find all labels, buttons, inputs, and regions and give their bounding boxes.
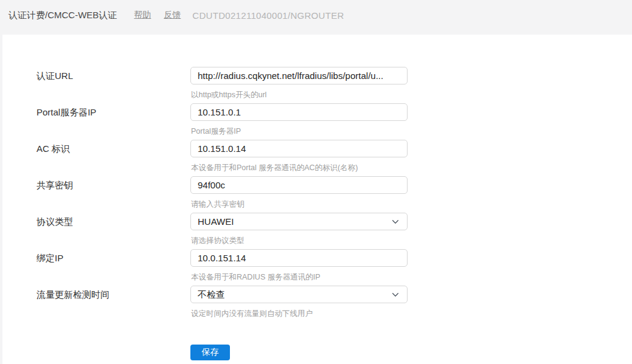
content-panel: 认证URL 以http或https开头的url Portal服务器IP Port… — [2, 35, 632, 364]
form-row-auth-url: 认证URL 以http或https开头的url — [36, 67, 632, 103]
portal-ip-hint: Portal服务器IP — [191, 126, 632, 137]
shared-key-label: 共享密钥 — [36, 176, 190, 213]
auth-url-label: 认证URL — [36, 67, 190, 103]
feedback-link[interactable]: 反馈 — [164, 10, 181, 21]
traffic-check-hint: 设定时间内没有流量则自动下线用户 — [191, 309, 632, 319]
portal-ip-label: Portal服务器IP — [36, 103, 190, 140]
help-link[interactable]: 帮助 — [134, 10, 151, 21]
protocol-type-value: HUAWEI — [198, 213, 234, 230]
ac-id-label: AC 标识 — [36, 140, 190, 176]
ac-id-hint: 本设备用于和Portal 服务器通讯的AC的标识(名称) — [191, 163, 632, 173]
form-row-protocol-type: 协议类型 HUAWEI 请选择协议类型 — [36, 213, 632, 249]
bind-ip-label: 绑定IP — [36, 249, 190, 286]
protocol-type-hint: 请选择协议类型 — [191, 236, 632, 246]
save-button-row: 保存 — [190, 345, 632, 360]
bind-ip-input[interactable] — [190, 249, 408, 267]
auth-url-hint: 以http或https开头的url — [191, 90, 632, 100]
shared-key-input[interactable] — [190, 176, 408, 194]
top-bar: 认证计费/CMCC-WEB认证 帮助 反馈 CDUTD021211040001/… — [0, 0, 632, 35]
device-id: CDUTD021211040001/NGROUTER — [192, 10, 344, 21]
form-row-bind-ip: 绑定IP 本设备用于和RADIUS 服务器通讯的IP — [36, 249, 632, 286]
chevron-down-icon — [391, 218, 400, 226]
page-title: 认证计费/CMCC-WEB认证 — [9, 10, 117, 21]
bind-ip-hint: 本设备用于和RADIUS 服务器通讯的IP — [191, 272, 632, 283]
traffic-check-label: 流量更新检测时间 — [36, 286, 190, 322]
ac-id-input[interactable] — [190, 140, 408, 157]
traffic-check-select[interactable]: 不检查 — [190, 286, 408, 303]
form-row-shared-key: 共享密钥 请输入共享密钥 — [36, 176, 632, 213]
form-row-ac-id: AC 标识 本设备用于和Portal 服务器通讯的AC的标识(名称) — [36, 140, 632, 176]
shared-key-hint: 请输入共享密钥 — [191, 199, 632, 210]
auth-url-input[interactable] — [190, 67, 408, 84]
form-row-traffic-check: 流量更新检测时间 不检查 设定时间内没有流量则自动下线用户 — [36, 286, 632, 322]
protocol-type-label: 协议类型 — [36, 213, 190, 249]
protocol-type-select[interactable]: HUAWEI — [190, 213, 408, 230]
form-row-portal-ip: Portal服务器IP Portal服务器IP — [36, 103, 632, 140]
chevron-down-icon — [391, 290, 400, 299]
auth-config-form: 认证URL 以http或https开头的url Portal服务器IP Port… — [2, 35, 632, 360]
portal-ip-input[interactable] — [190, 103, 408, 121]
save-button[interactable]: 保存 — [190, 345, 230, 360]
traffic-check-value: 不检查 — [198, 286, 225, 303]
